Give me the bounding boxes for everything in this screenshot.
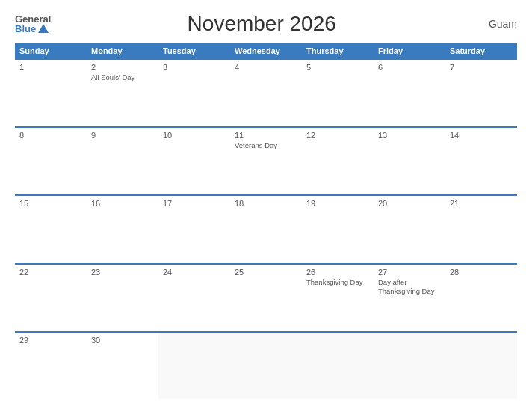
week-row-2: 891011Veterans Day121314 xyxy=(15,126,517,194)
day-cell: 20 xyxy=(374,196,445,262)
day-cell: 19 xyxy=(302,196,374,262)
day-number: 8 xyxy=(19,131,82,140)
day-number: 16 xyxy=(91,199,154,208)
day-number: 21 xyxy=(450,199,513,208)
day-of-week-tuesday: Tuesday xyxy=(158,43,230,58)
day-number: 5 xyxy=(306,63,369,72)
day-number: 11 xyxy=(235,131,297,140)
calendar: SundayMondayTuesdayWednesdayThursdayFrid… xyxy=(15,43,517,399)
day-cell: 25 xyxy=(230,265,302,331)
day-event: Day after xyxy=(378,278,441,287)
day-cell: 15 xyxy=(15,196,87,262)
page: General Blue November 2026 Guam SundayMo… xyxy=(0,0,532,411)
day-cell: 22 xyxy=(15,265,87,331)
day-cell: 27Day afterThanksgiving Day xyxy=(374,265,445,331)
day-number: 13 xyxy=(378,131,441,140)
week-row-5: 2930 xyxy=(15,331,517,399)
day-number: 10 xyxy=(163,131,226,140)
day-number: 7 xyxy=(450,63,513,72)
day-number: 30 xyxy=(91,336,154,344)
day-cell xyxy=(445,333,517,399)
day-cell: 7 xyxy=(445,60,517,126)
day-event: Thanksgiving Day xyxy=(306,278,369,287)
day-number: 15 xyxy=(19,199,82,208)
week-row-1: 12All Souls' Day34567 xyxy=(15,58,517,126)
day-cell: 6 xyxy=(374,60,445,126)
day-of-week-thursday: Thursday xyxy=(302,43,374,58)
calendar-body: 12All Souls' Day34567891011Veterans Day1… xyxy=(15,58,517,399)
day-number: 23 xyxy=(91,268,154,276)
day-cell: 28 xyxy=(445,265,517,331)
day-event: All Souls' Day xyxy=(91,73,154,82)
day-cell xyxy=(158,333,230,399)
day-cell: 1 xyxy=(15,60,87,126)
day-number: 6 xyxy=(378,63,441,72)
day-number: 2 xyxy=(91,63,154,72)
calendar-header: SundayMondayTuesdayWednesdayThursdayFrid… xyxy=(15,43,517,58)
day-number: 25 xyxy=(235,268,297,276)
day-cell: 12 xyxy=(302,128,374,194)
day-of-week-saturday: Saturday xyxy=(445,43,517,58)
day-number: 14 xyxy=(450,131,513,140)
day-cell: 10 xyxy=(158,128,230,194)
day-number: 29 xyxy=(19,336,82,344)
day-cell: 13 xyxy=(374,128,445,194)
day-number: 20 xyxy=(378,199,441,208)
day-cell: 29 xyxy=(15,333,87,399)
week-row-3: 15161718192021 xyxy=(15,194,517,262)
day-cell: 17 xyxy=(158,196,230,262)
day-of-week-sunday: Sunday xyxy=(15,43,87,58)
day-number: 4 xyxy=(235,63,297,72)
day-cell: 2All Souls' Day xyxy=(87,60,158,126)
day-cell: 8 xyxy=(15,128,87,194)
day-cell: 16 xyxy=(87,196,158,262)
day-of-week-friday: Friday xyxy=(374,43,445,58)
day-cell: 26Thanksgiving Day xyxy=(302,265,374,331)
region-label: Guam xyxy=(472,18,517,30)
day-cell: 4 xyxy=(230,60,302,126)
day-number: 22 xyxy=(19,268,82,276)
day-cell: 3 xyxy=(158,60,230,126)
week-row-4: 2223242526Thanksgiving Day27Day afterTha… xyxy=(15,263,517,331)
day-event: Thanksgiving Day xyxy=(378,287,441,296)
logo: General Blue xyxy=(15,14,51,34)
day-number: 12 xyxy=(306,131,369,140)
day-number: 1 xyxy=(19,63,82,72)
logo-triangle-icon xyxy=(38,24,49,33)
day-cell xyxy=(374,333,445,399)
day-event: Veterans Day xyxy=(235,141,297,150)
day-number: 9 xyxy=(91,131,154,140)
day-number: 19 xyxy=(306,199,369,208)
day-cell: 21 xyxy=(445,196,517,262)
logo-blue-text: Blue xyxy=(15,24,49,34)
day-cell: 5 xyxy=(302,60,374,126)
day-cell: 18 xyxy=(230,196,302,262)
day-number: 24 xyxy=(163,268,226,276)
day-number: 3 xyxy=(163,63,226,72)
day-number: 26 xyxy=(306,268,369,276)
day-cell: 30 xyxy=(87,333,158,399)
day-cell: 11Veterans Day xyxy=(230,128,302,194)
day-cell xyxy=(230,333,302,399)
day-number: 18 xyxy=(235,199,297,208)
day-cell: 24 xyxy=(158,265,230,331)
day-of-week-wednesday: Wednesday xyxy=(230,43,302,58)
day-number: 17 xyxy=(163,199,226,208)
day-cell: 23 xyxy=(87,265,158,331)
day-cell: 9 xyxy=(87,128,158,194)
day-cell: 14 xyxy=(445,128,517,194)
header: General Blue November 2026 Guam xyxy=(15,12,517,36)
calendar-title: November 2026 xyxy=(51,12,472,36)
day-number: 28 xyxy=(450,268,513,276)
day-cell xyxy=(302,333,374,399)
day-number: 27 xyxy=(378,268,441,276)
day-of-week-monday: Monday xyxy=(87,43,158,58)
